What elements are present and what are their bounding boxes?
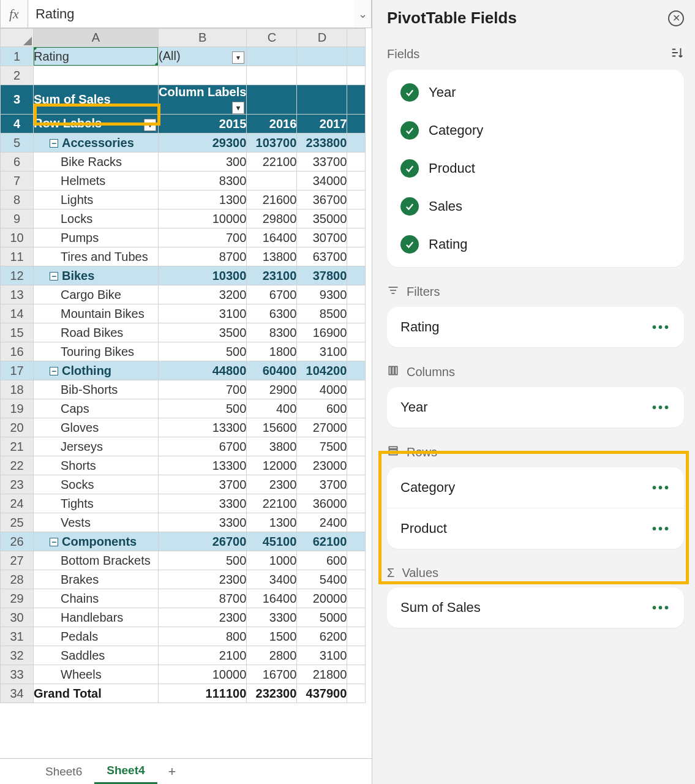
- row-header-19[interactable]: 19: [1, 399, 34, 418]
- formula-input[interactable]: [28, 0, 354, 28]
- collapse-icon[interactable]: −: [50, 538, 58, 546]
- row-header-11[interactable]: 11: [1, 247, 34, 266]
- filter-field-cell[interactable]: Rating: [34, 47, 159, 66]
- product-row[interactable]: Wheels: [34, 665, 159, 684]
- product-row[interactable]: Pumps: [34, 228, 159, 247]
- row-header-6[interactable]: 6: [1, 153, 34, 172]
- row-header-21[interactable]: 21: [1, 437, 34, 456]
- col-header-extra[interactable]: [347, 29, 366, 47]
- row-header-24[interactable]: 24: [1, 494, 34, 513]
- product-row[interactable]: Vests: [34, 513, 159, 532]
- more-icon[interactable]: •••: [652, 522, 671, 536]
- row-header-15[interactable]: 15: [1, 323, 34, 342]
- category-bikes[interactable]: −Bikes: [34, 266, 159, 285]
- field-item-category[interactable]: Category: [387, 111, 684, 149]
- row-header-14[interactable]: 14: [1, 304, 34, 323]
- row-header-22[interactable]: 22: [1, 456, 34, 475]
- spreadsheet-grid[interactable]: A B C D 1Rating(All)▾23Sum of SalesColum…: [0, 28, 372, 758]
- year-2016[interactable]: 2016: [247, 115, 297, 134]
- row-header-13[interactable]: 13: [1, 285, 34, 304]
- row-header-30[interactable]: 30: [1, 608, 34, 627]
- product-row[interactable]: Tights: [34, 494, 159, 513]
- product-row[interactable]: Bib-Shorts: [34, 380, 159, 399]
- row-header-4[interactable]: 4: [1, 115, 34, 134]
- row-header-1[interactable]: 1: [1, 47, 34, 66]
- category-clothing[interactable]: −Clothing: [34, 361, 159, 380]
- category-components[interactable]: −Components: [34, 532, 159, 551]
- year-2017[interactable]: 2017: [297, 115, 347, 134]
- product-row[interactable]: Socks: [34, 475, 159, 494]
- sum-of-sales-header[interactable]: Sum of Sales: [34, 85, 159, 115]
- filter-dropdown-icon[interactable]: ▾: [232, 51, 244, 64]
- product-row[interactable]: Brakes: [34, 570, 159, 589]
- rows-item[interactable]: Product•••: [387, 508, 684, 549]
- row-header-26[interactable]: 26: [1, 532, 34, 551]
- year-2015[interactable]: 2015: [159, 115, 247, 134]
- product-row[interactable]: Saddles: [34, 646, 159, 665]
- product-row[interactable]: Tires and Tubes: [34, 247, 159, 266]
- product-row[interactable]: Caps: [34, 399, 159, 418]
- row-header-29[interactable]: 29: [1, 589, 34, 608]
- col-header-A[interactable]: A: [34, 29, 159, 47]
- field-item-sales[interactable]: Sales: [387, 187, 684, 225]
- values-area[interactable]: Sum of Sales•••: [387, 587, 684, 628]
- columns-area[interactable]: Year•••: [387, 387, 684, 428]
- col-header-B[interactable]: B: [159, 29, 247, 47]
- category-accessories[interactable]: −Accessories: [34, 134, 159, 153]
- column-labels-header[interactable]: Column Labels▾: [159, 85, 247, 115]
- row-header-9[interactable]: 9: [1, 209, 34, 228]
- row-header-31[interactable]: 31: [1, 627, 34, 646]
- product-row[interactable]: Locks: [34, 209, 159, 228]
- row-header-8[interactable]: 8: [1, 190, 34, 209]
- row-header-32[interactable]: 32: [1, 646, 34, 665]
- product-row[interactable]: Handlebars: [34, 608, 159, 627]
- collapse-icon[interactable]: −: [50, 139, 58, 148]
- product-row[interactable]: Lights: [34, 190, 159, 209]
- product-row[interactable]: Bike Racks: [34, 153, 159, 172]
- collapse-icon[interactable]: −: [50, 367, 58, 375]
- add-sheet-button[interactable]: +: [157, 764, 187, 780]
- field-item-rating[interactable]: Rating: [387, 225, 684, 263]
- filter-value-cell[interactable]: (All)▾: [159, 47, 247, 66]
- column-labels-dropdown-icon[interactable]: ▾: [232, 102, 244, 114]
- field-item-product[interactable]: Product: [387, 149, 684, 187]
- row-header-17[interactable]: 17: [1, 361, 34, 380]
- select-all-corner[interactable]: [1, 29, 34, 47]
- col-header-D[interactable]: D: [297, 29, 347, 47]
- sheet-tab-sheet4[interactable]: Sheet4: [94, 759, 157, 784]
- sort-icon[interactable]: [671, 46, 684, 62]
- row-header-18[interactable]: 18: [1, 380, 34, 399]
- more-icon[interactable]: •••: [652, 481, 671, 495]
- product-row[interactable]: Cargo Bike: [34, 285, 159, 304]
- product-row[interactable]: Shorts: [34, 456, 159, 475]
- row-header-23[interactable]: 23: [1, 475, 34, 494]
- product-row[interactable]: Pedals: [34, 627, 159, 646]
- rows-item[interactable]: Category•••: [387, 467, 684, 508]
- row-labels-header[interactable]: Row Labels▾: [34, 115, 159, 134]
- row-header-12[interactable]: 12: [1, 266, 34, 285]
- columns-item[interactable]: Year•••: [387, 387, 684, 428]
- product-row[interactable]: Bottom Brackets: [34, 551, 159, 570]
- rows-area[interactable]: Category•••Product•••: [387, 467, 684, 549]
- col-header-C[interactable]: C: [247, 29, 297, 47]
- product-row[interactable]: Mountain Bikes: [34, 304, 159, 323]
- more-icon[interactable]: •••: [652, 601, 671, 615]
- field-item-year[interactable]: Year: [387, 74, 684, 111]
- row-header-10[interactable]: 10: [1, 228, 34, 247]
- collapse-icon[interactable]: −: [50, 272, 58, 281]
- grand-total-label[interactable]: Grand Total: [34, 684, 159, 703]
- formula-dropdown-icon[interactable]: ⌄: [354, 7, 371, 21]
- values-item[interactable]: Sum of Sales•••: [387, 587, 684, 628]
- row-header-2[interactable]: 2: [1, 66, 34, 85]
- product-row[interactable]: Road Bikes: [34, 323, 159, 342]
- product-row[interactable]: Chains: [34, 589, 159, 608]
- sheet-tab-sheet6[interactable]: Sheet6: [33, 760, 94, 783]
- row-header-3[interactable]: 3: [1, 85, 34, 115]
- row-header-34[interactable]: 34: [1, 684, 34, 703]
- row-header-20[interactable]: 20: [1, 418, 34, 437]
- filters-item[interactable]: Rating•••: [387, 307, 684, 347]
- row-header-25[interactable]: 25: [1, 513, 34, 532]
- close-icon[interactable]: ✕: [668, 10, 684, 26]
- row-header-7[interactable]: 7: [1, 172, 34, 190]
- product-row[interactable]: Jerseys: [34, 437, 159, 456]
